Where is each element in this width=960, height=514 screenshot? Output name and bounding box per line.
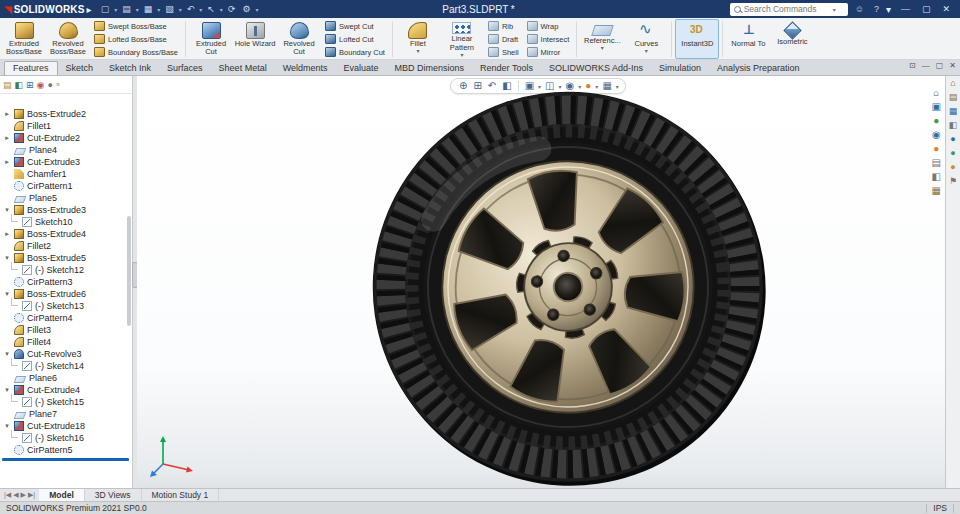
tab-analysis-preparation[interactable]: Analysis Preparation <box>709 62 808 75</box>
tree-item[interactable]: ▸Cut-Extrude3 <box>0 156 132 168</box>
undo-icon[interactable]: ↶ <box>184 4 198 14</box>
scenes-icon[interactable]: ● <box>950 163 955 172</box>
fillet-button[interactable]: Fillet ▾ <box>396 19 440 59</box>
instant3d-button[interactable]: Instant3D <box>675 19 719 59</box>
tree-item[interactable]: Plane4 <box>0 144 132 156</box>
tab-features[interactable]: Features <box>4 61 58 75</box>
tree-item[interactable]: ▸Boss-Extrude2 <box>0 108 132 120</box>
revolved-boss-button[interactable]: Revolved Boss/Base <box>46 19 90 59</box>
tab-evaluate[interactable]: Evaluate <box>336 62 387 75</box>
tree-item[interactable]: Plane5 <box>0 192 132 204</box>
tab-render-tools[interactable]: Render Tools <box>472 62 541 75</box>
tree-item[interactable]: CirPattern5 <box>0 444 132 456</box>
open-icon[interactable]: ▤ <box>119 4 134 14</box>
tree-item[interactable]: Fillet2 <box>0 240 132 252</box>
rebuild-icon[interactable]: ⟳ <box>225 4 239 14</box>
tab-surfaces[interactable]: Surfaces <box>159 62 211 75</box>
prev-tab-arrow-icon[interactable]: ◀ <box>13 491 18 499</box>
ribbon-pin-icon[interactable]: ⊡ <box>909 61 916 70</box>
maximize-button[interactable]: ▢ <box>916 4 937 14</box>
search-commands-box[interactable]: ▾ <box>730 3 848 16</box>
expand-arrow[interactable]: ▸ <box>3 134 11 142</box>
tree-item[interactable]: Fillet1 <box>0 120 132 132</box>
taskpane-icon[interactable]: ◉ <box>932 130 941 140</box>
expand-arrow[interactable]: ▸ <box>3 110 11 118</box>
last-tab-arrow-icon[interactable]: ▶| <box>28 491 35 499</box>
appearances-icon[interactable]: ● <box>950 135 955 144</box>
taskpane-icon[interactable]: ▦ <box>932 186 941 196</box>
tab-sketch-ink[interactable]: Sketch Ink <box>101 62 159 75</box>
hole-wizard-button[interactable]: Hole Wizard <box>233 19 277 59</box>
tree-item[interactable]: Chamfer1 <box>0 168 132 180</box>
linear-pattern-caret-icon[interactable]: ▾ <box>460 52 463 58</box>
search-input[interactable] <box>744 4 830 14</box>
home-icon[interactable]: ⌂ <box>933 88 939 98</box>
wrap-button[interactable]: Wrap <box>525 20 572 32</box>
tab-mbd-dimensions[interactable]: MBD Dimensions <box>387 62 473 75</box>
tree-item-child[interactable]: (-) Sketch16 <box>0 432 132 444</box>
curves-button[interactable]: Curves ▾ <box>624 19 668 59</box>
tree-item[interactable]: ▸Boss-Extrude4 <box>0 228 132 240</box>
tree-item-child[interactable]: (-) Sketch12 <box>0 264 132 276</box>
lofted-cut-button[interactable]: Lofted Cut <box>323 33 387 45</box>
tree-item[interactable]: ▾Boss-Extrude3 <box>0 204 132 216</box>
extruded-cut-button[interactable]: Extruded Cut <box>189 19 233 59</box>
rib-button[interactable]: Rib <box>486 20 521 32</box>
tab-solidworks-add-ins[interactable]: SOLIDWORKS Add-Ins <box>541 62 651 75</box>
save-icon[interactable]: ▦ <box>141 4 156 14</box>
design-library-icon[interactable]: ▤ <box>949 93 958 102</box>
open-caret-icon[interactable]: ▾ <box>135 6 140 13</box>
options-gear-icon[interactable]: ⚙ <box>239 4 253 14</box>
normal-to-button[interactable]: Normal To <box>726 19 770 59</box>
unit-system[interactable]: IPS <box>933 503 947 513</box>
swept-cut-button[interactable]: Swept Cut <box>323 20 387 32</box>
taskpane-icon[interactable]: ▣ <box>932 102 941 112</box>
expand-arrow[interactable]: ▾ <box>3 206 11 214</box>
expand-arrow[interactable]: ▾ <box>3 422 11 430</box>
tree-item[interactable]: ▾Cut-Revolve3 <box>0 348 132 360</box>
doc-restore-icon[interactable]: ▢ <box>936 61 944 70</box>
boundary-boss-button[interactable]: Boundary Boss/Base <box>92 46 180 58</box>
reference-geometry-button[interactable]: Referenc... ▾ <box>580 19 624 59</box>
taskpane-icon[interactable]: ● <box>933 144 939 154</box>
expand-arrow[interactable]: ▾ <box>3 386 11 394</box>
graphics-viewport[interactable]: ⊕ ⊞ ↶ ◧ ▣▾ ◫▾ ◉▾ ●▾ ▦▾ <box>137 76 945 488</box>
isometric-button[interactable]: Isometric <box>770 19 814 59</box>
extruded-boss-button[interactable]: Extruded Boss/Base <box>2 19 46 59</box>
tree-item[interactable]: ▾Boss-Extrude5 <box>0 252 132 264</box>
tabs-overflow-icon[interactable]: » <box>56 81 60 88</box>
first-tab-arrow-icon[interactable]: |◀ <box>4 491 11 499</box>
property-manager-tab-icon[interactable]: ◧ <box>15 80 24 90</box>
tree-item[interactable]: ▾Cut-Extrude4 <box>0 384 132 396</box>
tree-scrollbar-thumb[interactable] <box>127 216 131 326</box>
tree-item[interactable]: ▾Boss-Extrude6 <box>0 288 132 300</box>
undo-caret-icon[interactable]: ▾ <box>198 6 203 13</box>
login-user-icon[interactable]: ☺ <box>852 4 867 14</box>
next-tab-arrow-icon[interactable]: ▶ <box>21 491 26 499</box>
boundary-cut-button[interactable]: Boundary Cut <box>323 46 387 58</box>
tree-item-child[interactable]: (-) Sketch14 <box>0 360 132 372</box>
tree-item-child[interactable]: Sketch10 <box>0 216 132 228</box>
new-caret-icon[interactable]: ▾ <box>113 6 118 13</box>
menu-expand-icon[interactable]: ▸ <box>87 4 92 15</box>
taskpane-icon[interactable]: ● <box>933 116 939 126</box>
intersect-button[interactable]: Intersect <box>525 33 572 45</box>
doc-close-icon[interactable]: ✕ <box>949 61 956 70</box>
taskpane-icon[interactable]: ◧ <box>932 172 941 182</box>
display-manager-tab-icon[interactable]: ● <box>47 80 52 90</box>
swept-boss-button[interactable]: Swept Boss/Base <box>92 20 180 32</box>
tree-item-child[interactable]: (-) Sketch13 <box>0 300 132 312</box>
new-document-icon[interactable]: ▢ <box>98 4 113 14</box>
help-caret-icon[interactable]: ▾ <box>886 4 891 15</box>
model-tire-render[interactable] <box>368 87 768 487</box>
tab-weldments[interactable]: Weldments <box>275 62 336 75</box>
tree-item[interactable]: CirPattern3 <box>0 276 132 288</box>
expand-arrow[interactable]: ▸ <box>3 230 11 238</box>
draft-button[interactable]: Draft <box>486 33 521 45</box>
taskpane-icon[interactable]: ▤ <box>932 158 941 168</box>
linear-pattern-button[interactable]: Linear Pattern ▾ <box>440 19 484 59</box>
print-caret-icon[interactable]: ▾ <box>178 6 183 13</box>
resources-home-icon[interactable]: ⌂ <box>950 79 955 88</box>
decals-icon[interactable]: ● <box>950 149 955 158</box>
fillet-caret-icon[interactable]: ▾ <box>416 48 419 54</box>
